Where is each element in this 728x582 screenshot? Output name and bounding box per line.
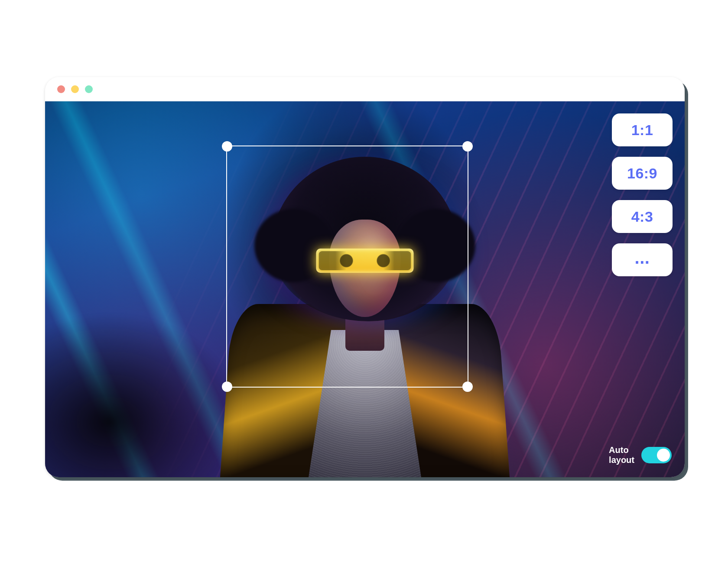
- toggle-knob-icon: [657, 449, 670, 462]
- aspect-ratio-more[interactable]: ...: [612, 243, 673, 276]
- editor-canvas[interactable]: 1:1 16:9 4:3 ... Auto layout: [45, 101, 685, 477]
- crop-handle-top-right[interactable]: [462, 141, 473, 152]
- window-minimize-icon[interactable]: [71, 85, 79, 93]
- auto-layout-toggle[interactable]: [641, 447, 672, 463]
- aspect-ratio-panel: 1:1 16:9 4:3 ...: [612, 113, 673, 276]
- crop-handle-bottom-left[interactable]: [222, 382, 232, 392]
- crop-handle-top-left[interactable]: [222, 141, 232, 152]
- image-foreground-blur: [45, 313, 244, 477]
- aspect-ratio-1-1[interactable]: 1:1: [612, 113, 673, 146]
- auto-layout-control: Auto layout: [609, 445, 672, 465]
- window-maximize-icon[interactable]: [85, 85, 93, 93]
- crop-handle-bottom-right[interactable]: [462, 382, 473, 392]
- app-window: 1:1 16:9 4:3 ... Auto layout: [45, 77, 685, 477]
- window-close-icon[interactable]: [57, 85, 65, 93]
- auto-layout-label: Auto layout: [609, 445, 634, 465]
- crop-selection[interactable]: [226, 146, 468, 388]
- aspect-ratio-4-3[interactable]: 4:3: [612, 200, 673, 233]
- aspect-ratio-16-9[interactable]: 16:9: [612, 157, 673, 190]
- window-titlebar: [45, 77, 685, 101]
